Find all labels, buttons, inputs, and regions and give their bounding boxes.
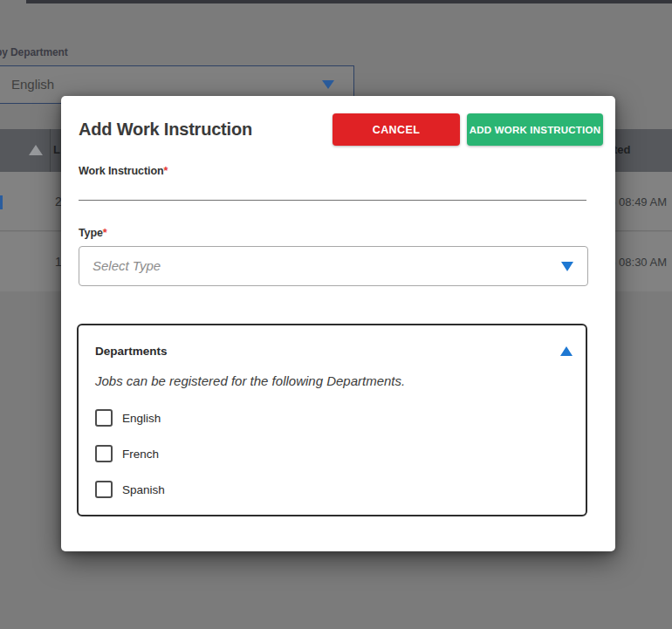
required-asterisk: * [103, 227, 107, 239]
type-label: Type* [79, 227, 107, 239]
cancel-button[interactable]: CANCEL [333, 113, 460, 146]
work-instruction-input[interactable] [79, 173, 586, 201]
link-fragment[interactable] [0, 195, 3, 209]
checkbox-label: English [122, 412, 161, 425]
table-cell-updated: 5 08:49 AM [609, 195, 667, 209]
checkbox-label: Spanish [122, 483, 165, 496]
checkbox-spanish[interactable] [95, 481, 113, 498]
table-cell-updated: 5 08:30 AM [609, 256, 667, 269]
type-select-placeholder: Select Type [93, 247, 161, 285]
departments-section: Departments Jobs can be registered for t… [77, 324, 587, 516]
table-col2-header: ted [614, 143, 631, 156]
department-filter-value: English [11, 66, 54, 103]
departments-title: Departments [95, 345, 168, 358]
checkbox-english[interactable] [95, 409, 113, 427]
type-select[interactable]: Select Type [79, 246, 588, 286]
column-divider [50, 129, 51, 172]
chevron-down-icon [322, 80, 334, 89]
checkbox-french[interactable] [95, 445, 113, 462]
table-col1-header: L [53, 143, 60, 156]
department-filter-label: by Department [0, 46, 68, 58]
add-work-instruction-dialog: Add Work Instruction CANCEL ADD WORK INS… [61, 96, 615, 551]
add-work-instruction-button[interactable]: ADD WORK INSTRUCTION [467, 113, 603, 146]
collapse-icon[interactable] [560, 346, 573, 356]
top-bar-fragment [26, 0, 672, 3]
dialog-title: Add Work Instruction [79, 120, 252, 140]
checkbox-label: French [122, 448, 159, 461]
departments-description: Jobs can be registered for the following… [95, 373, 405, 388]
sort-asc-icon[interactable] [29, 145, 43, 155]
chevron-down-icon [561, 262, 573, 271]
